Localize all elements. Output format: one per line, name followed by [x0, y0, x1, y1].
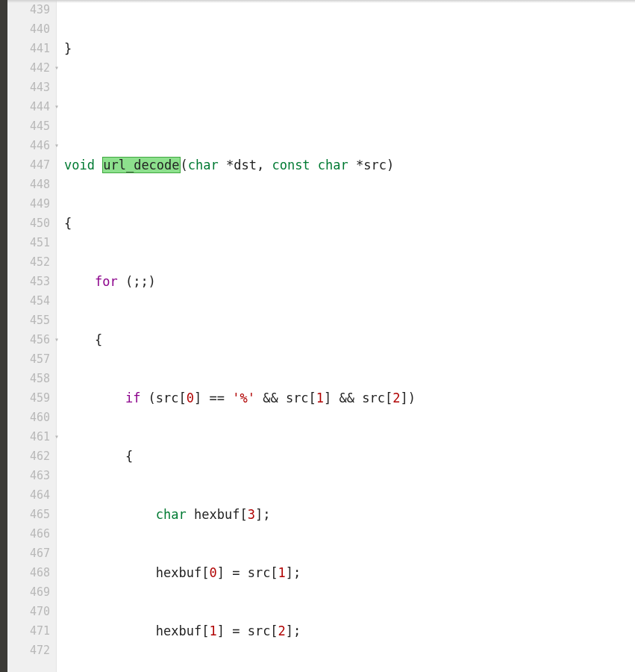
editor-area[interactable]: 4394404414424434444454464474484494504514… — [7, 0, 635, 672]
window-left-strip — [0, 0, 7, 672]
line-number[interactable]: 447 — [7, 155, 56, 175]
line-number[interactable]: 469 — [7, 582, 56, 602]
line-number[interactable]: 471 — [7, 621, 56, 641]
code-line[interactable]: if (src[0] == '%' && src[1] && src[2]) — [57, 388, 635, 408]
line-number[interactable]: 443 — [7, 78, 56, 97]
line-number[interactable]: 461 — [7, 427, 56, 447]
code-line[interactable]: { — [57, 447, 635, 466]
line-number[interactable]: 464 — [7, 485, 56, 505]
line-number[interactable]: 439 — [7, 0, 56, 19]
line-number[interactable]: 452 — [7, 252, 56, 272]
code-content[interactable]: } void url_decode(char *dst, const char … — [57, 0, 635, 672]
line-number[interactable]: 460 — [7, 408, 56, 427]
line-number[interactable]: 467 — [7, 544, 56, 563]
code-line[interactable]: hexbuf[0] = src[1]; — [57, 563, 635, 582]
line-number[interactable]: 444 — [7, 97, 56, 116]
selection-url-decode[interactable]: url_decode — [102, 157, 180, 173]
line-number-gutter[interactable]: 4394404414424434444454464474484494504514… — [7, 0, 57, 672]
code-line[interactable]: } — [57, 39, 635, 58]
line-number[interactable]: 446 — [7, 136, 56, 155]
line-number[interactable]: 442 — [7, 58, 56, 78]
code-line[interactable]: { — [57, 214, 635, 233]
code-line[interactable]: { — [57, 330, 635, 349]
line-number[interactable]: 468 — [7, 563, 56, 582]
line-number[interactable]: 449 — [7, 194, 56, 214]
line-number[interactable]: 466 — [7, 524, 56, 544]
code-line[interactable]: char hexbuf[3]; — [57, 505, 635, 524]
line-number[interactable]: 441 — [7, 39, 56, 58]
code-line[interactable]: hexbuf[1] = src[2]; — [57, 621, 635, 641]
code-line[interactable]: void url_decode(char *dst, const char *s… — [57, 155, 635, 175]
line-number[interactable]: 453 — [7, 272, 56, 291]
brace: } — [64, 41, 72, 56]
line-number[interactable]: 454 — [7, 291, 56, 311]
code-line[interactable] — [57, 97, 635, 116]
line-number[interactable]: 445 — [7, 116, 56, 136]
line-number[interactable]: 462 — [7, 447, 56, 466]
line-number[interactable]: 456 — [7, 330, 56, 349]
top-shadow — [7, 0, 635, 3]
line-number[interactable]: 458 — [7, 369, 56, 388]
code-line[interactable]: for (;;) — [57, 272, 635, 291]
line-number[interactable]: 448 — [7, 175, 56, 194]
line-number[interactable]: 440 — [7, 19, 56, 39]
line-number[interactable]: 450 — [7, 214, 56, 233]
line-number[interactable]: 465 — [7, 505, 56, 524]
line-number[interactable]: 451 — [7, 233, 56, 252]
line-number[interactable]: 463 — [7, 466, 56, 485]
line-number[interactable]: 457 — [7, 349, 56, 369]
line-number[interactable]: 470 — [7, 602, 56, 621]
line-number[interactable]: 459 — [7, 388, 56, 408]
keyword-void: void — [64, 158, 95, 172]
line-number[interactable]: 472 — [7, 641, 56, 660]
line-number[interactable]: 455 — [7, 311, 56, 330]
